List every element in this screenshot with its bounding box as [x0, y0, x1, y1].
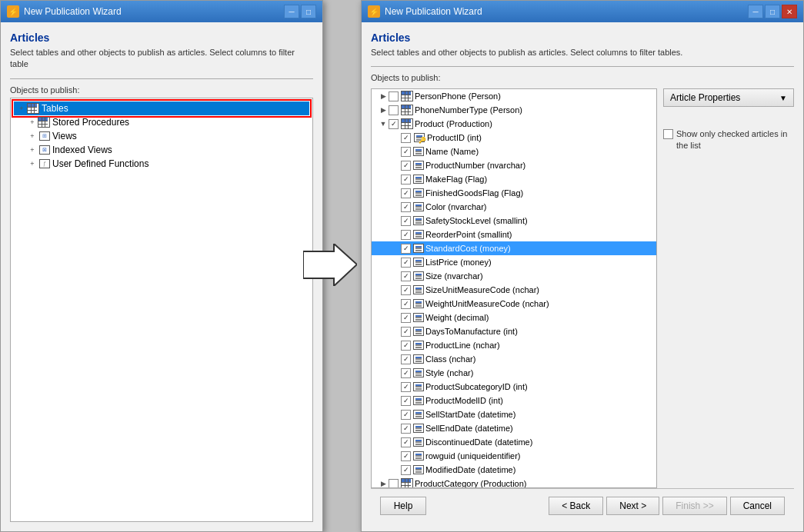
tree-expand-udf[interactable]: +	[26, 158, 38, 170]
checkbox-name[interactable]: ✓	[401, 147, 411, 157]
finish-button[interactable]: Finish >>	[662, 497, 726, 515]
list-item-discontinueddate[interactable]: ✓ DiscontinuedDate (datetime)	[372, 435, 656, 449]
article-properties-button[interactable]: Article Properties ▼	[663, 88, 794, 107]
expand-productcategory[interactable]: ▶	[378, 478, 389, 488]
maximize-button[interactable]: □	[301, 5, 316, 18]
checkbox-daystomanufacture[interactable]: ✓	[401, 327, 411, 337]
checkbox-reorderpoint[interactable]: ✓	[401, 230, 411, 240]
list-item-style[interactable]: ✓ Style (nchar)	[372, 366, 656, 380]
checkbox-productnumber[interactable]: ✓	[401, 161, 411, 171]
next-button[interactable]: Next >	[606, 497, 659, 515]
list-item-modifieddate[interactable]: ✓ ModifiedDate (datetime)	[372, 463, 656, 477]
list-item-weightunitmeasurecode[interactable]: ✓ WeightUnitMeasureCode (nchar)	[372, 297, 656, 311]
checkbox-safetystocklevel[interactable]: ✓	[401, 216, 411, 226]
checkbox-modifieddate[interactable]: ✓	[401, 465, 411, 475]
col-icon-weightunitmeasurecode	[413, 299, 424, 308]
tree-item-stored-procs[interactable]: + Stored Procedures	[14, 115, 309, 129]
minimize-button[interactable]: ─	[284, 5, 299, 18]
checkbox-phonenumbertype[interactable]	[389, 105, 399, 115]
list-item-phonenumbertype[interactable]: ▶PhoneNumberType (Person)	[372, 103, 656, 117]
right-maximize-button[interactable]: □	[765, 5, 780, 18]
list-item-sellstartdate[interactable]: ✓ SellStartDate (datetime)	[372, 407, 656, 421]
checkbox-productid[interactable]: ✓	[401, 133, 411, 143]
list-item-class[interactable]: ✓ Class (nchar)	[372, 352, 656, 366]
list-item-productline[interactable]: ✓ ProductLine (nchar)	[372, 338, 656, 352]
checkbox-finishedgoodsflag[interactable]: ✓	[401, 188, 411, 198]
list-item-daystomanufacture[interactable]: ✓ DaysToManufacture (int)	[372, 324, 656, 338]
articles-list[interactable]: ▶PersonPhone (Person)▶PhoneNumberType (P…	[371, 88, 657, 488]
list-item-reorderpoint[interactable]: ✓ ReorderPoint (smallint)	[372, 228, 656, 241]
bottom-bar: Help < Back Next > Finish >> Cancel	[371, 488, 794, 522]
list-item-safetystocklevel[interactable]: ✓ SafetyStockLevel (smallint)	[372, 214, 656, 228]
right-title-icon: ⚡	[368, 5, 380, 18]
checkbox-sizeunitmeasurecode[interactable]: ✓	[401, 285, 411, 295]
list-item-listprice[interactable]: ✓ ListPrice (money)	[372, 255, 656, 269]
checkbox-discontinueddate[interactable]: ✓	[401, 437, 411, 447]
label-productline: ProductLine (nchar)	[425, 341, 500, 350]
list-item-finishedgoodsflag[interactable]: ✓ FinishedGoodsFlag (Flag)	[372, 186, 656, 200]
label-productnumber: ProductNumber (nvarchar)	[425, 161, 525, 170]
checkbox-personphone[interactable]	[389, 91, 399, 101]
list-item-rowguid[interactable]: ✓ rowguid (uniqueidentifier)	[372, 449, 656, 463]
list-item-size[interactable]: ✓ Size (nvarchar)	[372, 269, 656, 283]
list-item-productnumber[interactable]: ✓ ProductNumber (nvarchar)	[372, 158, 656, 172]
checkbox-sellstartdate[interactable]: ✓	[401, 410, 411, 420]
left-objects-label: Objects to publish:	[10, 85, 313, 95]
checkbox-sellenddate[interactable]: ✓	[401, 424, 411, 434]
col-icon-name	[413, 147, 424, 156]
checkbox-standardcost[interactable]: ✓	[401, 244, 411, 254]
show-only-area: Show only checked articles in the list	[663, 128, 794, 151]
list-item-personphone[interactable]: ▶PersonPhone (Person)	[372, 89, 656, 103]
cancel-button[interactable]: Cancel	[730, 497, 785, 515]
tree-expand-indexed-views[interactable]: +	[26, 144, 38, 156]
checkbox-class[interactable]: ✓	[401, 354, 411, 364]
col-icon-size	[413, 271, 424, 281]
list-item-weight[interactable]: ✓ Weight (decimal)	[372, 311, 656, 324]
tree-expand-views[interactable]: +	[26, 130, 38, 142]
list-item-productcategory[interactable]: ▶ProductCategory (Production)	[372, 477, 656, 488]
tree-item-udf[interactable]: + ƒ User Defined Functions	[14, 157, 309, 171]
help-button[interactable]: Help	[380, 497, 426, 515]
show-only-checkbox[interactable]	[663, 129, 673, 139]
checkbox-weight[interactable]: ✓	[401, 313, 411, 323]
tree-item-views[interactable]: + ⊞ Views	[14, 129, 309, 143]
expand-personphone[interactable]: ▶	[378, 91, 389, 101]
right-minimize-button[interactable]: ─	[748, 5, 763, 18]
list-item-standardcost[interactable]: ✓ StandardCost (money)	[372, 241, 656, 255]
col-icon-style	[413, 368, 424, 377]
list-item-name[interactable]: ✓ Name (Name)	[372, 145, 656, 158]
checkbox-productcategory[interactable]	[389, 479, 399, 488]
checkbox-product[interactable]: ✓	[389, 119, 399, 129]
list-item-product[interactable]: ▼✓Product (Production)	[372, 117, 656, 131]
checkbox-size[interactable]: ✓	[401, 271, 411, 281]
checkbox-rowguid[interactable]: ✓	[401, 451, 411, 461]
checkbox-makeflag[interactable]: ✓	[401, 175, 411, 185]
list-item-productsubcategoryid[interactable]: ✓ ProductSubcategoryID (int)	[372, 380, 656, 394]
list-item-productid[interactable]: ✓ 🔑 ProductID (int)	[372, 131, 656, 145]
indexed-views-icon: ⊠	[38, 144, 51, 156]
checkbox-color[interactable]: ✓	[401, 202, 411, 212]
checkbox-weightunitmeasurecode[interactable]: ✓	[401, 299, 411, 309]
list-item-sizeunitmeasurecode[interactable]: ✓ SizeUnitMeasureCode (nchar)	[372, 283, 656, 297]
right-close-button[interactable]: ✕	[782, 5, 797, 18]
checkbox-productsubcategoryid[interactable]: ✓	[401, 382, 411, 392]
checkbox-style[interactable]: ✓	[401, 368, 411, 378]
expand-product[interactable]: ▼	[378, 118, 389, 129]
label-phonenumbertype: PhoneNumberType (Person)	[415, 105, 522, 115]
tree-item-indexed-views[interactable]: + ⊠ Indexed Views	[14, 143, 309, 157]
list-item-productmodelid[interactable]: ✓ ProductModelID (int)	[372, 394, 656, 407]
left-tree[interactable]: + Tables + Stored Procedures + ⊞	[10, 98, 313, 522]
list-item-color[interactable]: ✓ Color (nvarchar)	[372, 200, 656, 214]
label-weightunitmeasurecode: WeightUnitMeasureCode (nchar)	[425, 299, 549, 308]
checkbox-productline[interactable]: ✓	[401, 341, 411, 351]
checkbox-productmodelid[interactable]: ✓	[401, 396, 411, 406]
tree-expand-stored-procs[interactable]: +	[26, 116, 38, 128]
list-item-sellenddate[interactable]: ✓ SellEndDate (datetime)	[372, 421, 656, 435]
right-title-buttons[interactable]: ─ □ ✕	[748, 5, 797, 18]
tree-item-tables[interactable]: + Tables	[14, 101, 309, 115]
checkbox-listprice[interactable]: ✓	[401, 258, 411, 268]
expand-phonenumbertype[interactable]: ▶	[378, 105, 389, 115]
tree-expand-tables[interactable]: +	[15, 102, 28, 115]
back-button[interactable]: < Back	[549, 497, 603, 515]
list-item-makeflag[interactable]: ✓ MakeFlag (Flag)	[372, 172, 656, 186]
